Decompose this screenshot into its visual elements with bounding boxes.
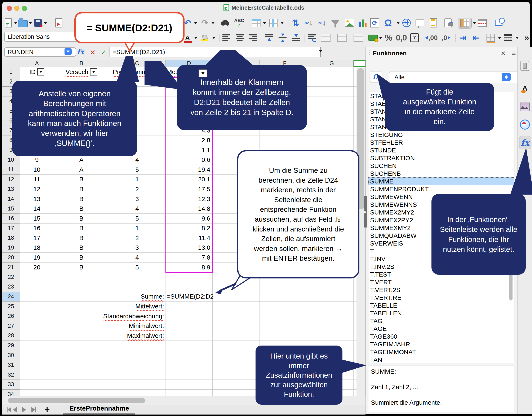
cell[interactable] xyxy=(260,321,310,331)
cell[interactable] xyxy=(213,321,260,331)
cell-d31[interactable] xyxy=(165,360,213,370)
cell-d34[interactable] xyxy=(165,390,213,396)
column-header-a[interactable]: A xyxy=(20,60,54,67)
next-sheet-button[interactable] xyxy=(22,407,26,412)
align-left-button[interactable] xyxy=(222,32,231,43)
cell-a32[interactable] xyxy=(20,370,54,380)
column-header-c[interactable]: C xyxy=(109,60,165,67)
row-header-10[interactable]: 10 xyxy=(2,155,20,165)
column-header-g[interactable]: G xyxy=(310,60,353,67)
horizontal-scrollbar-thumb[interactable] xyxy=(8,398,145,403)
function-list-item-stfehler[interactable]: STFEHLER xyxy=(368,139,514,146)
cell-a19[interactable]: 18 xyxy=(20,243,54,253)
previous-sheet-button[interactable] xyxy=(13,407,17,412)
decrease-indent-button[interactable]: ⇤ xyxy=(471,32,481,43)
cell-b20[interactable]: B xyxy=(54,253,109,263)
function-category-select[interactable]: Alle xyxy=(389,71,519,83)
cell-a27[interactable] xyxy=(20,321,54,331)
function-list-item-tage360[interactable]: TAGE360 xyxy=(368,333,514,340)
freeze-rows-columns-button[interactable] xyxy=(458,18,472,29)
cell-c19[interactable]: 3 xyxy=(109,243,165,253)
cell-a30[interactable] xyxy=(20,350,54,360)
sidebar-tab-navigator[interactable] xyxy=(519,119,531,130)
cell-c14[interactable]: 3 xyxy=(109,194,165,204)
cell-b22[interactable] xyxy=(54,272,109,282)
open-dropdown-arrow[interactable] xyxy=(29,22,32,24)
function-list-item-summenprodukt[interactable]: SUMMENPRODUKT xyxy=(368,185,514,193)
cell-b1[interactable]: Versuch xyxy=(54,67,109,77)
cell-c16[interactable]: 5 xyxy=(109,214,165,224)
cell-a28[interactable] xyxy=(20,331,54,341)
cell-a1[interactable]: ID xyxy=(20,67,54,77)
cell-c24[interactable]: Summe: xyxy=(109,292,165,302)
cell[interactable] xyxy=(213,380,260,390)
accept-icon[interactable]: ✓ xyxy=(101,48,107,57)
cell-b11[interactable]: A xyxy=(54,165,109,175)
center-vertically-button[interactable] xyxy=(278,32,287,43)
merge-center-button[interactable] xyxy=(337,32,347,43)
cell[interactable] xyxy=(310,135,353,145)
cell-c1[interactable]: Probenummer xyxy=(109,67,165,77)
find-replace-button[interactable] xyxy=(220,18,230,28)
cell[interactable] xyxy=(310,116,353,126)
cell-c34[interactable] xyxy=(109,390,165,396)
row-dropdown-arrow[interactable] xyxy=(263,22,266,24)
row-header-14[interactable]: 14 xyxy=(2,194,20,204)
row-header-23[interactable]: 23 xyxy=(2,282,20,292)
autofilter-dropdown-d1[interactable] xyxy=(199,69,207,77)
cell-d22[interactable] xyxy=(165,272,213,282)
cell-c17[interactable]: 1 xyxy=(109,224,165,233)
freeze-dropdown-arrow[interactable] xyxy=(473,22,476,24)
cell-d25[interactable] xyxy=(165,302,213,311)
border-style-dropdown-arrow[interactable] xyxy=(516,37,519,39)
cell-b23[interactable] xyxy=(54,282,109,292)
insert-function-button[interactable]: fx xyxy=(370,71,382,82)
border-style-button[interactable] xyxy=(503,32,513,43)
cell-a23[interactable] xyxy=(20,282,54,292)
delete-decimal-place-button[interactable]: ,0 xyxy=(441,32,451,43)
cell-b19[interactable]: B xyxy=(54,243,109,253)
cell[interactable] xyxy=(213,360,260,370)
cell[interactable] xyxy=(260,292,310,302)
insert-chart-button[interactable] xyxy=(358,18,368,28)
name-box-dropdown[interactable] xyxy=(65,48,72,55)
increase-indent-button[interactable]: ⇥ xyxy=(458,32,467,43)
cell[interactable] xyxy=(213,302,260,311)
percent-format-button[interactable]: % xyxy=(384,32,393,43)
cell-a11[interactable]: 10 xyxy=(20,165,54,175)
last-sheet-button[interactable] xyxy=(31,407,35,412)
cell-c13[interactable]: 2 xyxy=(109,184,165,194)
cell-c25[interactable]: Mittelwert: xyxy=(109,302,165,311)
sidebar-tab-functions[interactable]: fx xyxy=(519,136,531,149)
cell-b12[interactable]: B xyxy=(54,175,109,185)
cell-a15[interactable]: 14 xyxy=(20,204,54,214)
cell-b18[interactable]: B xyxy=(54,233,109,243)
column-header-b[interactable]: B xyxy=(54,60,109,67)
redo-dropdown-arrow[interactable] xyxy=(211,22,214,24)
function-list-item-tabelle[interactable]: TABELLE xyxy=(368,302,514,309)
autofilter-button[interactable] xyxy=(331,18,340,28)
insert-row-button[interactable] xyxy=(252,18,261,28)
print-preview-button[interactable] xyxy=(443,18,453,28)
function-list-item-t.vert[interactable]: T.VERT xyxy=(368,278,514,286)
sort-descending-button[interactable]: za↓ xyxy=(317,18,327,28)
add-sheet-button[interactable]: + xyxy=(44,405,50,415)
cell-b33[interactable] xyxy=(54,380,109,390)
unmerge-cells-button[interactable] xyxy=(353,32,363,43)
insert-image-button[interactable] xyxy=(345,18,354,28)
cell-b26[interactable] xyxy=(54,311,109,321)
cell[interactable] xyxy=(310,77,353,87)
cell-b30[interactable] xyxy=(54,350,109,360)
cell-d29[interactable] xyxy=(165,341,213,351)
function-list-item-t.vert.re[interactable]: T.VERT.RE xyxy=(368,294,514,302)
cell[interactable] xyxy=(260,331,310,341)
special-character-button[interactable]: Ω xyxy=(383,18,393,28)
function-list-item-subtraktion[interactable]: SUBTRAKTION xyxy=(368,154,514,162)
function-list-item-stunde[interactable]: STUNDE xyxy=(368,146,514,154)
cell-c21[interactable]: 5 xyxy=(109,263,165,272)
save-button[interactable] xyxy=(33,18,43,28)
align-right-button[interactable] xyxy=(248,32,258,43)
row-header-17[interactable]: 17 xyxy=(2,224,20,233)
corner-select-all[interactable] xyxy=(2,60,20,67)
cell-a34[interactable] xyxy=(20,390,54,396)
